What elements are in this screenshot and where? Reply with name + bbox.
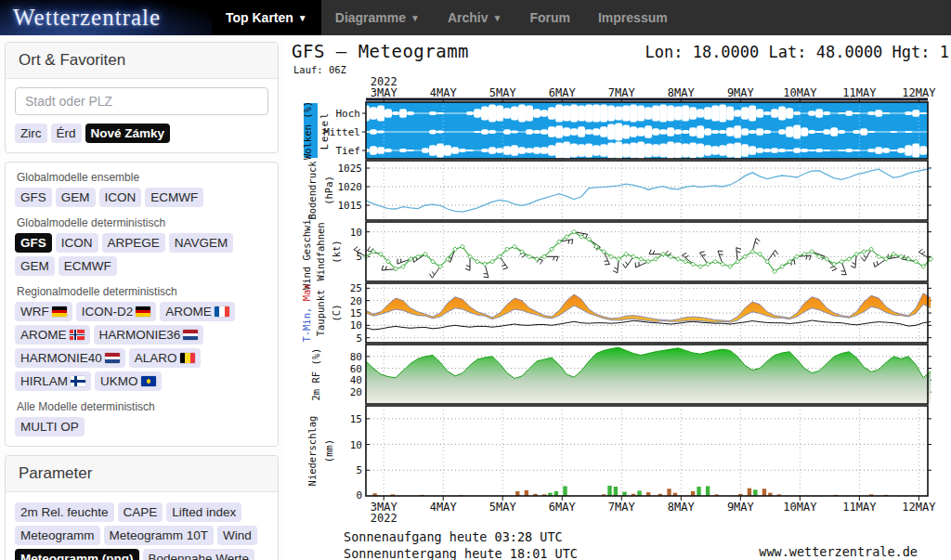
svg-text:20: 20 bbox=[350, 295, 362, 307]
svg-text:Tief: Tief bbox=[336, 145, 361, 157]
svg-text:(mm): (mm) bbox=[323, 439, 334, 462]
nav-item-top-karten[interactable]: Top Karten▼ bbox=[212, 0, 321, 35]
model-button[interactable]: ICON bbox=[99, 188, 142, 207]
favorite-chip[interactable]: Érd bbox=[51, 124, 82, 143]
svg-text:Niederschlag: Niederschlag bbox=[306, 416, 318, 487]
svg-text:5: 5 bbox=[356, 464, 362, 476]
svg-text:15: 15 bbox=[350, 307, 362, 319]
svg-text:15: 15 bbox=[350, 413, 362, 425]
model-button[interactable]: ICON bbox=[56, 233, 98, 253]
parameter-button[interactable]: Meteogramm 10T bbox=[104, 526, 215, 545]
svg-text:(C): (C) bbox=[331, 305, 342, 322]
svg-text:6MAY: 6MAY bbox=[549, 501, 577, 514]
svg-text:8MAY: 8MAY bbox=[668, 86, 696, 99]
flag-eu-icon bbox=[141, 376, 156, 386]
brand-text: Wetterzentrale bbox=[13, 5, 161, 31]
svg-text:40: 40 bbox=[350, 374, 362, 386]
nav-item-impressum[interactable]: Impressum bbox=[584, 0, 682, 35]
svg-text:20: 20 bbox=[350, 386, 362, 398]
location-card-title: Ort & Favoriten bbox=[6, 43, 278, 79]
parameter-button[interactable]: Bodennahe Werte bbox=[143, 549, 255, 560]
svg-text:2m RF (%): 2m RF (%) bbox=[310, 348, 321, 401]
chart-title: GFS — Meteogramm bbox=[292, 41, 469, 61]
flag-fi-icon bbox=[71, 376, 85, 386]
model-button[interactable]: HARMONIE36 bbox=[94, 325, 204, 345]
model-button[interactable]: GFS bbox=[15, 188, 52, 207]
city-search-input[interactable] bbox=[15, 87, 268, 115]
svg-text:Level: Level bbox=[319, 111, 330, 150]
model-button[interactable]: AROME bbox=[15, 325, 90, 345]
svg-text:25: 25 bbox=[350, 282, 362, 294]
chart-coordinates: Lon: 18.0000 Lat: 48.0000 Hgt: 1 bbox=[645, 43, 949, 61]
flag-de-icon bbox=[52, 306, 67, 317]
svg-text:1025: 1025 bbox=[338, 163, 363, 175]
svg-text:12MAY: 12MAY bbox=[902, 501, 936, 514]
model-button[interactable]: ALARO bbox=[129, 348, 201, 368]
favorites-list: ZircÉrdNové Zámky bbox=[15, 124, 268, 143]
nav-item-forum[interactable]: Forum bbox=[515, 0, 584, 35]
flag-de-icon bbox=[136, 306, 150, 317]
parameter-button[interactable]: 2m Rel. feuchte bbox=[15, 502, 114, 522]
svg-text:10: 10 bbox=[350, 439, 362, 451]
model-group-label: Regionalmodelle deterministisch bbox=[17, 285, 268, 298]
model-group-label: Globalmodelle ensemble bbox=[17, 171, 268, 184]
nav-item-diagramme[interactable]: Diagramme▼ bbox=[321, 0, 434, 35]
svg-text:Taupunkt: Taupunkt bbox=[315, 290, 326, 337]
svg-text:80: 80 bbox=[350, 351, 362, 363]
flag-nl-icon bbox=[183, 330, 198, 340]
svg-text:8MAY: 8MAY bbox=[668, 501, 696, 514]
model-button[interactable]: HARMONIE40 bbox=[15, 348, 125, 368]
model-button[interactable]: HIRLAM bbox=[15, 371, 91, 391]
model-button[interactable]: GEM bbox=[15, 256, 55, 276]
nav-menu: Top Karten▼Diagramme▼Archiv▼ForumImpress… bbox=[212, 0, 682, 35]
model-button[interactable]: ICON-D2 bbox=[76, 302, 157, 321]
model-button[interactable]: ECMWF bbox=[59, 256, 117, 276]
svg-text:(kt): (kt) bbox=[331, 240, 342, 263]
brand-logo[interactable]: Wetterzentrale bbox=[0, 0, 212, 35]
model-button[interactable]: AROME bbox=[160, 302, 235, 321]
parameter-card-title: Parameter bbox=[6, 456, 278, 492]
model-group-label: Alle Modelle deterministisch bbox=[17, 400, 268, 413]
svg-text:1015: 1015 bbox=[338, 200, 363, 212]
svg-text:Wolken (%): Wolken (%) bbox=[302, 101, 313, 160]
site-url: www.wetterzentrale.de bbox=[759, 543, 918, 560]
meteogram-chart: 20223MAY4MAY5MAY6MAY7MAY8MAY9MAY10MAY11M… bbox=[292, 75, 951, 525]
flag-nl-icon bbox=[105, 353, 120, 363]
model-button[interactable]: NAVGEM bbox=[169, 233, 234, 253]
flag-no-icon bbox=[70, 330, 85, 340]
svg-text:5MAY: 5MAY bbox=[489, 501, 517, 514]
svg-text:4MAY: 4MAY bbox=[430, 86, 458, 99]
parameter-button[interactable]: Lifted index bbox=[166, 502, 241, 522]
parameter-button[interactable]: Meteogramm bbox=[15, 526, 100, 545]
chevron-down-icon: ▼ bbox=[410, 13, 420, 23]
model-button[interactable]: GFS bbox=[15, 233, 52, 253]
svg-text:5MAY: 5MAY bbox=[489, 86, 517, 99]
sidebar: Ort & Favoriten ZircÉrdNové Zámky Global… bbox=[0, 35, 284, 560]
model-button[interactable]: WRF bbox=[15, 302, 72, 321]
parameter-button[interactable]: Meteogramm (png) bbox=[15, 549, 139, 560]
model-button[interactable]: MULTI OP bbox=[15, 417, 85, 436]
model-button[interactable]: GEM bbox=[56, 188, 96, 207]
svg-text:Windfahnen: Windfahnen bbox=[315, 222, 326, 280]
svg-text:9MAY: 9MAY bbox=[727, 86, 755, 99]
model-button[interactable]: UKMO bbox=[95, 371, 162, 391]
svg-text:9MAY: 9MAY bbox=[727, 501, 755, 514]
svg-text:1020: 1020 bbox=[338, 181, 363, 193]
parameter-button[interactable]: Wind bbox=[217, 526, 257, 545]
meteogram-panel: GFS — Meteogramm Lon: 18.0000 Lat: 48.00… bbox=[284, 35, 951, 560]
favorite-chip[interactable]: Zirc bbox=[15, 124, 47, 143]
model-group-buttons: GFSICONARPEGENAVGEMGEMECMWF bbox=[15, 233, 268, 276]
model-button[interactable]: ARPEGE bbox=[102, 233, 165, 253]
favorite-chip[interactable]: Nové Zámky bbox=[85, 124, 171, 143]
parameter-card: Parameter 2m Rel. feuchteCAPELifted inde… bbox=[5, 455, 279, 560]
model-group-buttons: WRFICON-D2AROMEAROMEHARMONIE36HARMONIE40… bbox=[15, 302, 268, 391]
model-group-buttons: GFSGEMICONECMWF bbox=[15, 188, 268, 207]
svg-text:60: 60 bbox=[350, 363, 362, 375]
svg-text:Wind Geschwi.: Wind Geschwi. bbox=[301, 214, 312, 290]
svg-text:Hoch: Hoch bbox=[336, 108, 361, 120]
parameter-button[interactable]: CAPE bbox=[118, 502, 163, 522]
svg-text:Bodendruck: Bodendruck bbox=[306, 161, 318, 220]
model-button[interactable]: ECMWF bbox=[145, 188, 203, 207]
nav-item-archiv[interactable]: Archiv▼ bbox=[434, 0, 515, 35]
model-group-buttons: MULTI OP bbox=[15, 417, 268, 436]
